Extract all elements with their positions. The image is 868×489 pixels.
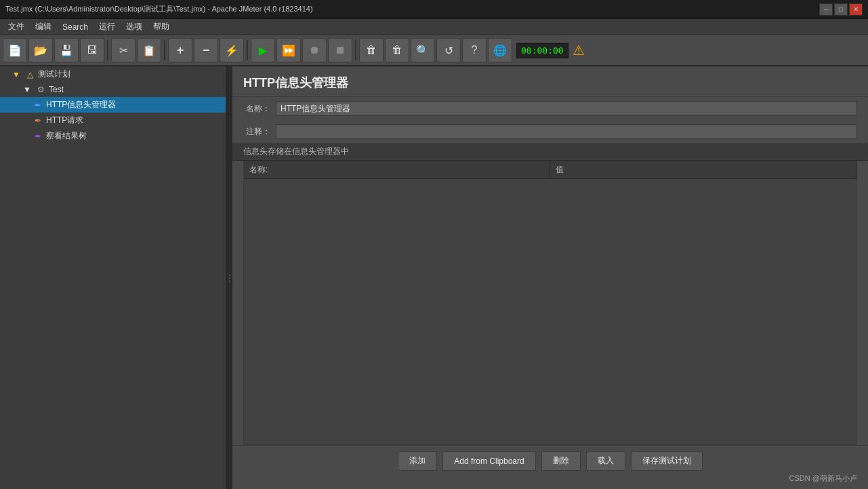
sidebar-label-results: 察看结果树	[46, 130, 87, 142]
sidebar-label-test: Test	[49, 85, 64, 94]
save-as-button[interactable]: 🖫	[80, 38, 104, 62]
main-layout: ▼ △ 测试计划 ▼ ⚙ Test ✒ HTTP信息头管理器 ✒ HTTP请求 …	[0, 66, 868, 489]
comment-label: 注释：	[243, 126, 270, 138]
add-header-button[interactable]: 添加	[398, 451, 437, 471]
toolbar-separator-4	[355, 40, 356, 60]
comment-input[interactable]	[276, 124, 857, 139]
start-no-pause-button[interactable]: ⏩	[276, 38, 301, 62]
comment-row: 注释：	[232, 120, 868, 143]
toolbar: 📄 📂 💾 🖫 ✂ 📋 + − ⚡ ▶ ⏩ ⏺ ⏹ 🗑 🗑 🔍 ↺ ? 🌐 00…	[0, 35, 868, 66]
stop-now-button[interactable]: ⏹	[328, 38, 352, 62]
close-button[interactable]: ✕	[849, 3, 863, 16]
col-name-header: 名称:	[244, 161, 550, 179]
panel-title: HTTP信息头管理器	[232, 66, 868, 97]
http-header-icon: ✒	[33, 100, 43, 111]
headers-table-container: 名称: 值	[243, 161, 857, 445]
results-icon: ✒	[33, 131, 43, 142]
clear-button[interactable]: 🗑	[359, 38, 384, 62]
warning-icon: ⚠	[573, 42, 585, 58]
headers-table: 名称: 值	[244, 161, 856, 179]
name-input[interactable]	[276, 101, 857, 116]
sidebar-label-http-request: HTTP请求	[46, 115, 83, 126]
clear-all-button[interactable]: 🗑	[385, 38, 409, 62]
sidebar-label-test-plan: 测试计划	[38, 69, 70, 80]
remove-button[interactable]: −	[194, 38, 218, 62]
sidebar-item-http-request[interactable]: ✒ HTTP请求	[0, 113, 226, 128]
sidebar-item-test-plan[interactable]: ▼ △ 测试计划	[0, 66, 226, 82]
collapse-icon-test: ▼	[22, 84, 33, 95]
menu-item-文件[interactable]: 文件	[3, 20, 30, 34]
sidebar-item-test[interactable]: ▼ ⚙ Test	[0, 82, 226, 97]
minimize-button[interactable]: –	[819, 3, 833, 16]
table-header-row: 名称: 值	[244, 161, 856, 179]
sidebar: ▼ △ 测试计划 ▼ ⚙ Test ✒ HTTP信息头管理器 ✒ HTTP请求 …	[0, 66, 227, 489]
menu-item-运行[interactable]: 运行	[94, 20, 121, 34]
save-test-button[interactable]: 保存测试计划	[631, 451, 703, 471]
toolbar-separator-2	[164, 40, 165, 60]
add-from-clipboard-button[interactable]: Add from Clipboard	[442, 451, 535, 471]
gear-icon: ⚙	[35, 84, 46, 95]
menu-item-选项[interactable]: 选项	[121, 20, 148, 34]
collapse-icon: ▼	[11, 69, 22, 80]
sidebar-item-results-tree[interactable]: ✒ 察看结果树	[0, 128, 226, 144]
table-description: 信息头存储在信息头管理器中	[232, 143, 868, 161]
bottom-bar: 添加 Add from Clipboard 删除 载入 保存测试计划	[232, 445, 868, 476]
sidebar-item-http-header[interactable]: ✒ HTTP信息头管理器	[0, 97, 226, 113]
load-button[interactable]: 载入	[586, 451, 625, 471]
search-button[interactable]: 🔍	[411, 38, 435, 62]
stop-button[interactable]: ⏺	[302, 38, 327, 62]
name-row: 名称：	[232, 97, 868, 120]
reset-button[interactable]: ↺	[436, 38, 461, 62]
menu-item-编辑[interactable]: 编辑	[30, 20, 57, 34]
cut-button[interactable]: ✂	[111, 38, 136, 62]
menu-item-Search[interactable]: Search	[57, 21, 94, 33]
delete-button[interactable]: 删除	[541, 451, 581, 471]
toolbar-separator-3	[247, 40, 248, 60]
resize-handle[interactable]	[227, 66, 232, 489]
http-req-icon: ✒	[33, 115, 43, 126]
new-button[interactable]: 📄	[3, 38, 27, 62]
add-button[interactable]: +	[168, 38, 192, 62]
name-label: 名称：	[243, 103, 270, 115]
test-plan-icon: △	[24, 69, 35, 80]
toolbar-separator-1	[107, 40, 108, 60]
copy-button[interactable]: 📋	[137, 38, 161, 62]
timer-display: 00:00:00	[516, 43, 569, 58]
toggle-button[interactable]: ⚡	[220, 38, 244, 62]
col-value-header: 值	[550, 161, 856, 179]
maximize-button[interactable]: □	[834, 3, 848, 16]
title-text: Test.jmx (C:\Users\Administrator\Desktop…	[5, 4, 819, 14]
title-bar: Test.jmx (C:\Users\Administrator\Desktop…	[0, 0, 868, 19]
menu-item-帮助[interactable]: 帮助	[148, 20, 175, 34]
remote-button[interactable]: 🌐	[488, 38, 512, 62]
window-controls: – □ ✕	[819, 3, 863, 16]
menu-bar: 文件编辑Search运行选项帮助	[0, 19, 868, 35]
save-button[interactable]: 💾	[54, 38, 79, 62]
sidebar-label-http-header: HTTP信息头管理器	[46, 99, 116, 111]
help-button[interactable]: ?	[462, 38, 487, 62]
start-button[interactable]: ▶	[251, 38, 275, 62]
content-panel: HTTP信息头管理器 名称： 注释： 信息头存储在信息头管理器中 名称: 值	[232, 66, 868, 489]
open-button[interactable]: 📂	[28, 38, 53, 62]
